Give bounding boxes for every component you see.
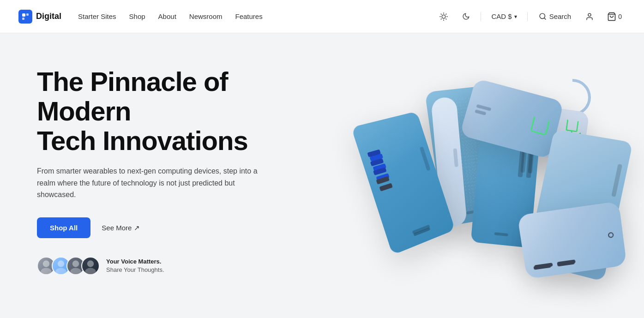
svg-point-22 (87, 260, 94, 267)
logo-icon (18, 10, 32, 24)
hero-subtitle: From smarter wearables to next-gen compu… (37, 165, 268, 201)
cart-icon (607, 12, 616, 21)
hero-title: The Pinnacle of Modern Tech Innovations (37, 67, 323, 155)
svg-line-6 (441, 14, 442, 14)
nav-divider-1 (481, 12, 481, 21)
shop-all-button[interactable]: Shop All (37, 217, 90, 238)
search-button[interactable]: Search (534, 10, 576, 23)
svg-line-11 (446, 14, 446, 14)
account-button[interactable] (581, 8, 598, 25)
svg-point-17 (41, 268, 51, 275)
svg-rect-1 (26, 13, 29, 16)
search-icon (539, 12, 547, 20)
svg-point-16 (43, 260, 49, 267)
svg-rect-2 (22, 18, 24, 20)
navbar: Digital Starter Sites Shop About Newsroo… (0, 0, 644, 33)
navbar-left: Digital Starter Sites Shop About Newsroo… (18, 10, 263, 24)
theme-light-button[interactable] (435, 8, 452, 25)
svg-point-19 (55, 268, 66, 275)
devices-illustration (332, 42, 632, 310)
svg-point-21 (70, 268, 81, 275)
svg-point-23 (85, 268, 96, 275)
svg-line-7 (446, 18, 446, 19)
svg-point-14 (588, 13, 591, 16)
svg-line-13 (544, 18, 545, 19)
arrow-icon: ↗ (134, 224, 140, 232)
svg-rect-0 (22, 13, 25, 17)
currency-selector[interactable]: CAD $ ▾ (488, 10, 520, 23)
hero-actions: Shop All See More ↗ (37, 217, 323, 238)
nav-features[interactable]: Features (235, 12, 262, 20)
theme-dark-button[interactable] (457, 8, 474, 25)
hero-social-proof: Your Voice Matters. Share Your Thoughts. (37, 257, 323, 275)
nav-starter-sites[interactable]: Starter Sites (78, 12, 116, 20)
logo[interactable]: Digital (18, 10, 61, 24)
hero-image-area (321, 33, 644, 318)
hero-section: The Pinnacle of Modern Tech Innovations … (0, 33, 644, 318)
nav-links: Starter Sites Shop About Newsroom Featur… (78, 12, 263, 21)
nav-about[interactable]: About (158, 12, 176, 20)
nav-divider-2 (527, 12, 528, 21)
nav-shop[interactable]: Shop (129, 12, 145, 20)
see-more-button[interactable]: See More ↗ (102, 224, 140, 232)
svg-line-10 (441, 18, 442, 19)
svg-point-20 (72, 260, 79, 267)
device-powerbank-bottom (517, 201, 626, 279)
moon-icon (462, 12, 470, 20)
hero-content: The Pinnacle of Modern Tech Innovations … (37, 67, 323, 284)
avatar-group (37, 257, 100, 275)
social-proof-text: Your Voice Matters. Share Your Thoughts. (106, 258, 164, 274)
brand-name: Digital (36, 12, 61, 21)
user-icon (585, 12, 594, 21)
avatar (81, 257, 100, 275)
cart-button[interactable]: 0 (603, 9, 626, 24)
navbar-right: CAD $ ▾ Search 0 (435, 8, 626, 25)
chevron-down-icon: ▾ (514, 13, 517, 20)
svg-point-18 (58, 260, 64, 267)
currency-label: CAD $ (491, 12, 512, 20)
nav-newsroom[interactable]: Newsroom (189, 12, 223, 20)
cart-count: 0 (618, 13, 622, 20)
svg-point-3 (442, 15, 446, 18)
sun-icon (439, 12, 448, 21)
search-label: Search (549, 12, 572, 20)
